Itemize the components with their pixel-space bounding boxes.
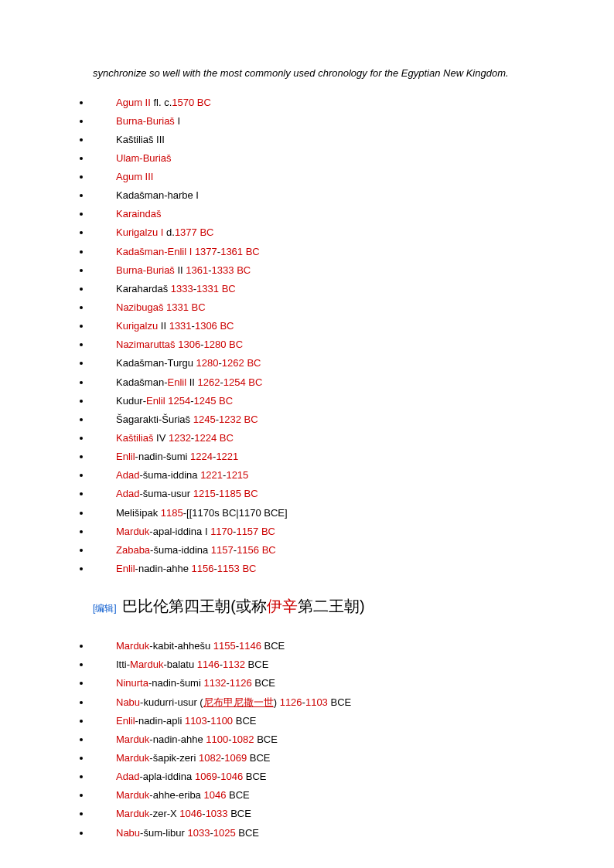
- list-item: Itti-Marduk-balatu 1146-1132 BCE: [91, 657, 544, 672]
- text-run: 1046: [179, 808, 202, 819]
- text-run: 1146: [239, 640, 261, 652]
- list-item: Šagarakti-Šuriaš 1245-1232 BC: [91, 412, 544, 427]
- list-item: Kurigalzu II 1331-1306 BC: [91, 318, 544, 334]
- text-run: Marduk: [130, 659, 163, 670]
- text-run: -šuma-usur: [139, 488, 193, 499]
- text-run: 1155: [213, 640, 236, 652]
- text-run: IV: [153, 432, 169, 444]
- text-run: BCE: [247, 752, 270, 764]
- text-run: -šum-libur: [140, 827, 187, 839]
- text-run: Burna-Buriaš: [116, 115, 175, 127]
- text-run: 1126: [280, 696, 302, 708]
- list-item: Kurigalzu I d.1377 BC: [91, 225, 544, 240]
- text-run: II: [158, 320, 169, 332]
- text-run: 1069: [224, 752, 247, 764]
- list-item: Kudur-Enlil 1254-1245 BC: [91, 393, 544, 409]
- text-run: Enlil: [116, 563, 135, 574]
- text-run: 1033: [187, 827, 210, 839]
- text-run: Marduk: [116, 808, 149, 819]
- text-run: 1069: [195, 771, 217, 782]
- text-run: 1215: [193, 488, 216, 499]
- text-run: -šapik-zeri: [149, 752, 199, 764]
- list-item: Karaindaš: [91, 206, 544, 222]
- dynasty4-heading: [编辑] 巴比伦第四王朝(或称伊辛第二王朝): [93, 596, 544, 617]
- text-run: Enlil: [116, 451, 135, 462]
- text-run: 1126: [230, 677, 252, 689]
- list-item: Enlil-nadin-ahhe 1156-1153 BC: [91, 561, 544, 577]
- text-run: d.: [163, 226, 174, 238]
- text-run: 1046: [203, 789, 226, 801]
- intro-paragraph: synchronize so well with the most common…: [93, 66, 544, 81]
- list-item: Adad-šuma-iddina 1221-1215: [91, 468, 544, 483]
- text-run: -nadin-ahhe: [149, 734, 206, 745]
- text-run: Kaštiliaš: [116, 432, 153, 444]
- dynasty3-list: Agum II fl. c.1570 BCBurna-Buriaš IKašti…: [70, 95, 544, 577]
- text-run: 1361 BC: [220, 246, 260, 257]
- text-run: 1245 BC: [193, 395, 233, 407]
- text-run: 1306 BC: [195, 320, 234, 332]
- text-run: -šuma-iddina: [139, 469, 200, 481]
- text-run: BCE: [328, 696, 351, 708]
- text-run: 1025: [213, 827, 236, 839]
- text-run: 1132: [203, 677, 226, 689]
- text-run: 1361: [186, 264, 208, 276]
- text-run: 1153 BC: [217, 563, 257, 574]
- text-run: BCE: [243, 771, 266, 782]
- list-item: Nazimaruttaš 1306-1280 BC: [91, 337, 544, 352]
- list-item: Burna-Buriaš II 1361-1333 BC: [91, 263, 544, 278]
- text-run: -nadin-apli: [135, 715, 185, 727]
- text-run: Kadašman-Turgu: [116, 357, 196, 369]
- text-run: 1224: [190, 451, 213, 462]
- text-run: II: [175, 264, 186, 276]
- text-run: ): [274, 696, 280, 708]
- text-run: Ulam-Buriaš: [116, 152, 172, 164]
- text-run: 1262 BC: [222, 357, 261, 369]
- text-run: 1170: [210, 526, 233, 537]
- text-run: -apal-iddina I: [149, 526, 210, 537]
- list-item: Burna-Buriaš I: [91, 114, 544, 129]
- list-item: Enlil-nadin-apli 1103-1100 BCE: [91, 713, 544, 729]
- text-run: Marduk: [116, 789, 149, 801]
- list-item: Kadašman-Enlil I 1377-1361 BC: [91, 244, 544, 260]
- text-run: -nadin-ahhe: [135, 563, 192, 574]
- text-run: Nabu: [116, 696, 140, 708]
- text-run: BCE: [245, 659, 268, 670]
- text-run: 1262: [198, 376, 220, 388]
- list-item: Marduk-nadin-ahhe 1100-1082 BCE: [91, 732, 544, 747]
- text-run: -balatu: [163, 659, 196, 670]
- text-run: 1232 BC: [219, 414, 258, 425]
- edit-link[interactable]: [编辑]: [93, 603, 117, 614]
- text-run: -ahhe-eriba: [149, 789, 203, 801]
- heading-link[interactable]: 伊辛: [267, 597, 298, 614]
- text-run: Nazibugaš 1331 BC: [116, 301, 206, 313]
- text-run: BCE: [236, 827, 259, 839]
- text-run: BCE: [233, 715, 256, 727]
- text-run: Marduk: [116, 734, 149, 745]
- text-run: II: [186, 376, 197, 388]
- list-item: Melišipak 1185-[[1170s BC|1170 BCE]: [91, 505, 544, 521]
- text-run: BCE: [226, 789, 249, 801]
- text-run: 1103: [185, 715, 207, 727]
- text-run: -nadin-šumi: [135, 451, 191, 462]
- list-item: Ulam-Buriaš: [91, 151, 544, 166]
- text-run: 1046: [220, 771, 243, 782]
- list-item: Adad-apla-iddina 1069-1046 BCE: [91, 769, 544, 785]
- text-run: -zer-X: [149, 808, 179, 819]
- list-item: Kaštiliaš III: [91, 132, 544, 148]
- heading-suffix: 第二王朝): [298, 597, 365, 614]
- text-run[interactable]: 尼布甲尼撒一世: [203, 696, 274, 708]
- text-run: Kudur-: [116, 395, 146, 407]
- text-run: 1224 BC: [194, 432, 234, 444]
- text-run: BCE: [228, 808, 251, 819]
- list-item: Agum II fl. c.1570 BC: [91, 95, 544, 111]
- list-item: Karahardaš 1333-1331 BC: [91, 281, 544, 297]
- list-item: Marduk-ahhe-eriba 1046 BCE: [91, 788, 544, 803]
- text-run: 1082: [232, 734, 254, 745]
- list-item: Adad-šuma-usur 1215-1185 BC: [91, 486, 544, 502]
- heading-prefix: 巴比伦第四王朝(或称: [122, 597, 267, 614]
- list-item: Enlil-nadin-šumi 1224-1221: [91, 449, 544, 465]
- text-run: 1103: [305, 696, 328, 708]
- text-run: 1280: [196, 357, 219, 369]
- text-run: Enlil: [167, 376, 186, 388]
- text-run: Nabu: [116, 827, 140, 839]
